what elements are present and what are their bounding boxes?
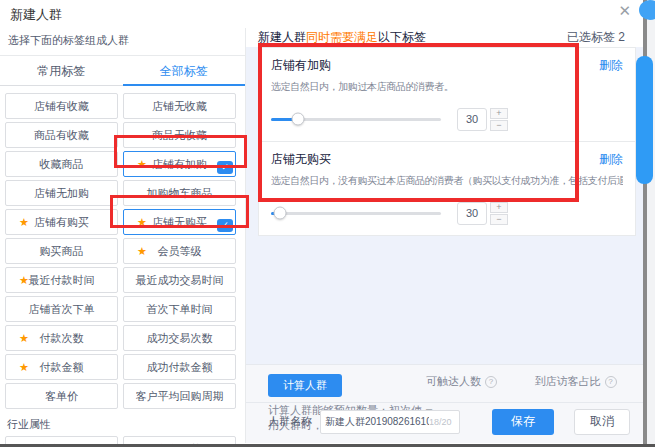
- card-description: 选定自然日内，没有购买过本店商品的消费者（购买以支付成功为准，包括支付后退款）。: [271, 174, 623, 188]
- save-button[interactable]: 保存: [492, 409, 554, 435]
- tag-label: 店铺有收藏: [34, 99, 89, 114]
- value-stepper: + −: [490, 202, 508, 225]
- card-title: 店铺有加购: [271, 57, 331, 74]
- tag-label: 客单价: [45, 389, 78, 404]
- stepper-plus-button[interactable]: +: [490, 202, 508, 213]
- days-slider[interactable]: [271, 212, 441, 215]
- header-prefix: 新建人群: [258, 29, 306, 46]
- metric-label: 到店访客占比: [535, 374, 601, 389]
- tag-button[interactable]: 店铺无加购: [5, 180, 118, 206]
- tag-label: 店铺首次下单: [29, 302, 95, 317]
- tag-button[interactable]: 收藏商品: [5, 151, 118, 177]
- cancel-button[interactable]: 取消: [574, 409, 630, 435]
- selected-count: 已选标签 2: [567, 29, 625, 46]
- tag-button[interactable]: 店铺有收藏: [5, 93, 118, 119]
- star-icon: ★: [137, 159, 147, 170]
- header-highlight: 同时需要满足: [306, 29, 378, 46]
- header-suffix: 以下标签: [378, 29, 426, 46]
- star-icon: ★: [137, 246, 147, 257]
- slider-thumb[interactable]: [292, 113, 305, 126]
- tag-button[interactable]: 商品有收藏: [5, 122, 118, 148]
- tag-label: 最近成功交易时间: [136, 273, 224, 288]
- tag-label: 店铺有购买: [34, 215, 89, 230]
- new-audience-dialog: 新建人群 ✕ 选择下面的标签组成人群 常用标签 全部标签 店铺有收藏 店铺无收藏…: [0, 0, 655, 447]
- tag-selection-panel: 选择下面的标签组成人群 常用标签 全部标签 店铺有收藏 店铺无收藏 商品有收藏 …: [0, 28, 246, 443]
- close-icon[interactable]: ✕: [618, 2, 631, 20]
- tag-button-checked[interactable]: ★ 店铺有加购 ✓: [123, 151, 236, 177]
- value-stepper: + −: [490, 108, 508, 131]
- tag-label: 首次下单时间: [147, 302, 213, 317]
- floating-circle-widget[interactable]: [639, 0, 655, 20]
- days-slider[interactable]: [271, 118, 441, 121]
- tag-tabs: 常用标签 全部标签: [0, 55, 245, 86]
- tag-label: 会员等级: [158, 244, 202, 259]
- tag-label: 商品无收藏: [152, 128, 207, 143]
- audience-name-label: 人群名称: [268, 414, 312, 429]
- days-value-input[interactable]: [457, 108, 487, 131]
- tab-all-tags[interactable]: 全部标签: [123, 56, 246, 85]
- tag-button[interactable]: 最近成功交易时间: [123, 267, 236, 293]
- card-description: 选定自然日内，加购过本店商品的消费者。: [271, 80, 623, 94]
- tag-button[interactable]: 商品无收藏: [123, 122, 236, 148]
- tag-button[interactable]: ★ 店铺有购买: [5, 209, 118, 235]
- star-icon: ★: [19, 275, 29, 286]
- metric-label: 可触达人数: [426, 374, 481, 389]
- stepper-plus-button[interactable]: +: [490, 108, 508, 119]
- days-value-input[interactable]: [457, 202, 487, 225]
- tag-button[interactable]: 成功付款金额: [123, 354, 236, 380]
- stepper-minus-button[interactable]: −: [490, 214, 508, 225]
- tag-button[interactable]: ★ 会员等级: [123, 238, 236, 264]
- selected-tag-cards: 店铺有加购 删除 选定自然日内，加购过本店商品的消费者。 + −: [258, 47, 636, 236]
- tag-button[interactable]: 客户平均回购周期: [123, 383, 236, 409]
- audience-name-box: 18/20: [320, 410, 460, 434]
- tag-button[interactable]: 店铺无收藏: [123, 93, 236, 119]
- star-icon: ★: [19, 362, 29, 373]
- tag-label: 成功付款金额: [147, 360, 213, 375]
- calculate-audience-button[interactable]: 计算人群: [268, 374, 342, 397]
- tag-label: 收藏商品: [40, 157, 84, 172]
- tag-button-checked[interactable]: ★ 店铺无购买 ✓: [123, 209, 236, 235]
- tag-button[interactable]: 成功交易次数: [123, 325, 236, 351]
- tag-button[interactable]: 首次下单时间: [123, 296, 236, 322]
- card-title: 店铺无购买: [271, 151, 331, 168]
- tag-button[interactable]: ★ 最近付款时间: [5, 267, 118, 293]
- tag-button[interactable]: 客单价: [5, 383, 118, 409]
- tag-label: 购买商品: [40, 244, 84, 259]
- tag-label: 加购物车商品: [147, 186, 213, 201]
- delete-link[interactable]: 删除: [599, 57, 623, 74]
- dialog-title: 新建人群: [10, 6, 62, 24]
- char-counter: 18/20: [429, 417, 452, 427]
- tag-label: 店铺无加购: [34, 186, 89, 201]
- tag-label: 付款金额: [40, 360, 84, 375]
- stepper-minus-button[interactable]: −: [490, 120, 508, 131]
- help-icon[interactable]: ?: [485, 376, 497, 388]
- selected-tag-card: 店铺无购买 删除 选定自然日内，没有购买过本店商品的消费者（购买以支付成功为准，…: [259, 141, 635, 235]
- delete-link[interactable]: 删除: [599, 151, 623, 168]
- dialog-footer: 人群名称 18/20 保存 取消: [246, 402, 643, 440]
- check-icon: ✓: [217, 219, 233, 232]
- tab-common-tags[interactable]: 常用标签: [0, 56, 123, 85]
- stats-section: 计算人群 计算人群能够预知数量：初次使用人群时，24小时后才有数据 可触达人数 …: [246, 364, 643, 443]
- audience-name-input[interactable]: [325, 416, 429, 427]
- tag-label: 最近付款时间: [29, 273, 95, 288]
- help-icon[interactable]: ?: [605, 376, 617, 388]
- tag-label: 店铺无购买: [152, 215, 207, 230]
- tag-button[interactable]: 店铺首次下单: [5, 296, 118, 322]
- selected-tag-card: 店铺有加购 删除 选定自然日内，加购过本店商品的消费者。 + −: [259, 48, 635, 141]
- tag-grid: 店铺有收藏 店铺无收藏 商品有收藏 商品无收藏 收藏商品 ★ 店铺有加购 ✓ 店…: [0, 86, 245, 409]
- tag-button[interactable]: 加购物车商品: [123, 180, 236, 206]
- floating-sidebar-widget[interactable]: [636, 56, 653, 184]
- star-icon: ★: [137, 217, 147, 228]
- tag-label: 成功交易次数: [147, 331, 213, 346]
- tag-label: 店铺无收藏: [152, 99, 207, 114]
- tag-button[interactable]: 购买商品: [5, 238, 118, 264]
- tag-button[interactable]: ★ 付款次数: [5, 325, 118, 351]
- check-icon: ✓: [217, 161, 233, 174]
- slider-thumb[interactable]: [273, 207, 286, 220]
- tag-button[interactable]: ★ 付款金额: [5, 354, 118, 380]
- star-icon: ★: [19, 333, 29, 344]
- selected-tags-body: 店铺有加购 删除 选定自然日内，加购过本店商品的消费者。 + −: [246, 47, 643, 443]
- selected-tags-header: 新建人群同时需要满足以下标签 已选标签 2: [246, 28, 643, 47]
- tag-label: 店铺有加购: [152, 157, 207, 172]
- selected-tags-panel: 新建人群同时需要满足以下标签 已选标签 2 店铺有加购 删除 选定自然日内，加购…: [246, 28, 643, 443]
